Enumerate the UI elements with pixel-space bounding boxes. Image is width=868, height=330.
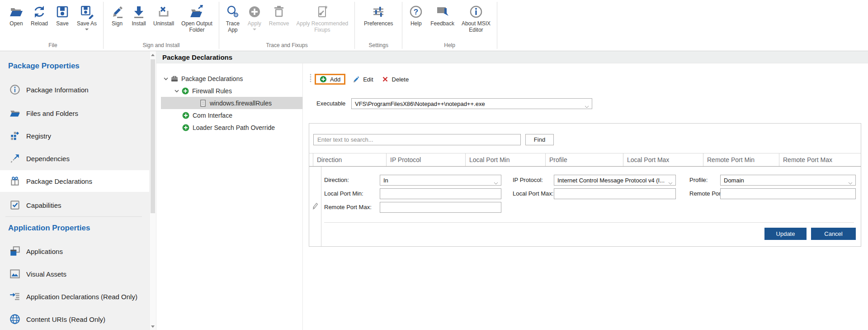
- button-label: Remove: [269, 20, 289, 27]
- sidebar-item-applications[interactable]: Applications: [0, 240, 149, 262]
- sidebar-item-capabilities[interactable]: Capabilities: [0, 194, 149, 216]
- sidebar-item-package-information[interactable]: Package Information: [0, 79, 149, 100]
- delete-button[interactable]: Delete: [377, 74, 413, 85]
- delete-button-label: Delete: [392, 76, 409, 83]
- ip-protocol-select[interactable]: Internet Control Message Protocol v4 (I.…: [554, 175, 676, 186]
- button-label: Apply Recommended Fixups: [297, 20, 349, 33]
- sidebar-item-label: Registry: [26, 132, 51, 140]
- sidebar-item-dependencies[interactable]: Dependencies: [0, 148, 149, 169]
- edit-button[interactable]: Edit: [349, 74, 377, 85]
- sidebar-item-content-uris[interactable]: Content URIs (Read Only): [0, 308, 149, 330]
- direction-select[interactable]: In: [380, 175, 501, 186]
- profile-value: Domain: [724, 177, 744, 184]
- button-label: Save: [56, 20, 68, 27]
- ribbon-group-help: ? Help Feedback About MSIX Editor Help: [402, 0, 497, 51]
- grid-column-direction[interactable]: Direction: [313, 153, 387, 166]
- sidebar-item-label: Application Declarations (Read Only): [26, 293, 137, 301]
- scrollbar-thumb[interactable]: [151, 59, 155, 213]
- button-label: Trace App: [226, 20, 240, 33]
- column-label: Local Port Max: [627, 156, 669, 163]
- chevron-down-icon[interactable]: [174, 88, 180, 94]
- grid-column-remote-port-min[interactable]: Remote Port Min: [703, 153, 779, 166]
- save-as-button[interactable]: Save As: [73, 3, 100, 32]
- reload-icon: [32, 5, 47, 19]
- grid-column-local-port-min[interactable]: Local Port Min: [466, 153, 546, 166]
- sidebar-item-label: Files and Folders: [26, 110, 78, 117]
- column-label: Remote Port Min: [707, 156, 755, 163]
- chevron-down-icon: [494, 179, 498, 186]
- plus-circle-icon: [320, 76, 327, 83]
- sign-button[interactable]: Sign: [106, 3, 128, 28]
- executable-select[interactable]: VFS\ProgramFilesX86\Notepad++\notepad++.…: [351, 98, 592, 109]
- chevron-down-icon: [848, 179, 853, 186]
- button-label: About MSIX Editor: [462, 20, 491, 33]
- sidebar-item-registry[interactable]: Registry: [0, 125, 149, 147]
- checkbox-check-icon: [9, 199, 21, 211]
- trace-app-button[interactable]: Trace App: [222, 3, 244, 34]
- briefcase-icon: [170, 75, 179, 83]
- button-label: Preferences: [364, 20, 393, 27]
- grid-column-remote-port-max[interactable]: Remote Port Max: [779, 153, 861, 166]
- remove-button[interactable]: Remove: [265, 3, 293, 28]
- detail-toolbar: Add Edit Delete: [309, 72, 413, 86]
- profile-select[interactable]: Domain: [720, 175, 856, 186]
- tree-item-firewall-rules[interactable]: Firewall Rules: [161, 85, 302, 97]
- apply-button[interactable]: Apply: [244, 3, 265, 32]
- grid-column-ip-protocol[interactable]: IP Protocol: [387, 153, 466, 166]
- sidebar-item-application-declarations[interactable]: Application Declarations (Read Only): [0, 286, 149, 307]
- sidebar-item-package-declarations[interactable]: Package Declarations: [0, 170, 149, 192]
- grid-column-profile[interactable]: Profile: [546, 153, 623, 166]
- add-button[interactable]: Add: [315, 74, 345, 85]
- local-port-max-input[interactable]: [554, 188, 676, 199]
- button-label: Open: [9, 20, 23, 27]
- sidebar-item-files-and-folders[interactable]: Files and Folders: [0, 102, 149, 124]
- tree-item-windows-firewallrules[interactable]: windows.firewallRules: [161, 97, 302, 109]
- feedback-button[interactable]: Feedback: [427, 3, 458, 28]
- sidebar-heading-package-properties: Package Properties: [8, 62, 80, 71]
- update-button[interactable]: Update: [764, 228, 807, 240]
- toolbar-grip-icon[interactable]: [310, 74, 311, 85]
- grid-column-local-port-max[interactable]: Local Port Max: [623, 153, 703, 166]
- help-button[interactable]: ? Help: [405, 3, 427, 28]
- apply-recommended-fixups-button[interactable]: Apply Recommended Fixups: [293, 3, 352, 34]
- sidebar-scrollbar[interactable]: [149, 51, 156, 330]
- edit-button-label: Edit: [363, 76, 373, 83]
- tree-item-loader-search-path-override[interactable]: Loader Search Path Override: [161, 121, 302, 134]
- column-label: IP Protocol: [390, 156, 421, 163]
- globe-icon: [9, 313, 21, 325]
- save-button[interactable]: Save: [52, 3, 73, 28]
- local-port-min-input[interactable]: [380, 188, 501, 199]
- about-msix-editor-button[interactable]: About MSIX Editor: [458, 3, 494, 34]
- grid-row-indicator-column: [309, 167, 321, 246]
- tree-item-package-declarations[interactable]: Package Declarations: [161, 72, 302, 85]
- triangle-down-icon: [151, 325, 155, 328]
- uninstall-button[interactable]: Uninstall: [150, 3, 178, 28]
- rule-edit-form: Direction: In IP Protocol: Internet Cont…: [309, 167, 861, 246]
- install-arrow-icon: [132, 5, 146, 19]
- search-input[interactable]: [313, 134, 521, 145]
- remote-port-max-input[interactable]: [380, 202, 501, 213]
- sidebar-item-label: Capabilities: [26, 201, 61, 209]
- chevron-down-icon[interactable]: [163, 76, 169, 82]
- open-button[interactable]: Open: [5, 3, 27, 28]
- open-output-folder-button[interactable]: Open Output Folder: [178, 3, 216, 34]
- cancel-button[interactable]: Cancel: [811, 228, 856, 240]
- tree-item-com-interface[interactable]: Com Interface: [161, 109, 302, 121]
- scrollbar-up-arrow[interactable]: [150, 51, 156, 58]
- find-button[interactable]: Find: [525, 134, 554, 145]
- sidebar-item-visual-assets[interactable]: Visual Assets: [0, 263, 149, 285]
- reload-button[interactable]: Reload: [27, 3, 52, 28]
- preferences-sliders-icon: [371, 5, 386, 19]
- sidebar-item-label: Dependencies: [26, 155, 70, 163]
- install-button[interactable]: Install: [128, 3, 150, 28]
- page-title: Package Declarations: [162, 53, 232, 61]
- preferences-button[interactable]: Preferences: [360, 3, 397, 28]
- scrollbar-down-arrow[interactable]: [150, 323, 156, 330]
- tree-item-label: Com Interface: [193, 112, 232, 119]
- ribbon-group-settings: Preferences Settings: [355, 0, 402, 51]
- panel-splitter[interactable]: [302, 63, 309, 330]
- editing-pencil-icon: [312, 202, 318, 212]
- page-title-bar: Package Declarations: [156, 51, 868, 63]
- ribbon-separator: [497, 2, 497, 49]
- remote-port-min-input[interactable]: [720, 188, 856, 199]
